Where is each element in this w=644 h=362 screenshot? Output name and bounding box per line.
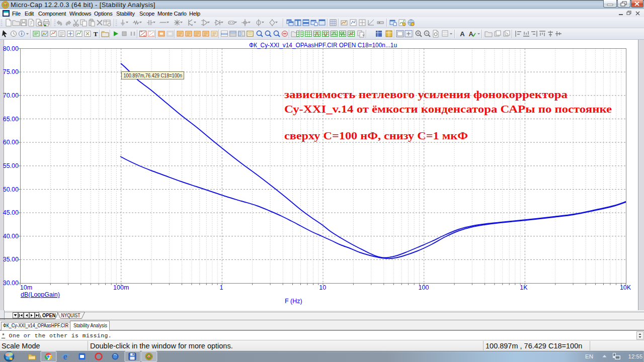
svg-text:12: 12 [147, 355, 151, 358]
svg-text:40.00: 40.00 [3, 233, 19, 240]
svg-text:e: e [63, 351, 67, 361]
svg-text:50.00: 50.00 [3, 186, 19, 193]
svg-text:100.897m,76.429 C18=100n: 100.897m,76.429 C18=100n [124, 72, 183, 78]
svg-text:OPEN: OPEN [42, 312, 56, 318]
svg-text:A: A [460, 30, 465, 38]
svg-text:10K: 10K [620, 284, 631, 291]
svg-text:зависимость петлевого усиления: зависимость петлевого усиления фонокорре… [284, 88, 568, 101]
svg-text:70.00: 70.00 [3, 92, 19, 99]
svg-text:55.00: 55.00 [3, 162, 19, 169]
svg-text:ФК_Су-XXI_v14_OPAasHPF.CIR OPE: ФК_Су-XXI_v14_OPAasHPF.CIR OPEN C18=100n… [249, 42, 397, 49]
svg-text:1K: 1K [520, 284, 528, 291]
svg-text:12:55: 12:55 [628, 353, 643, 359]
svg-text:EN: EN [585, 353, 593, 359]
svg-text:10m: 10m [20, 284, 32, 291]
svg-text:i: i [21, 31, 23, 36]
svg-text:35.00: 35.00 [3, 256, 19, 263]
svg-text:F (Hz): F (Hz) [285, 298, 302, 305]
svg-text:10: 10 [319, 284, 326, 291]
svg-text:1: 1 [220, 284, 223, 291]
svg-text:30.00: 30.00 [3, 280, 19, 287]
svg-text:Су-XXI_v.14 от ёмкости конденс: Су-XXI_v.14 от ёмкости конденсатора САРы… [284, 103, 612, 115]
svg-text:75.00: 75.00 [3, 68, 19, 75]
svg-text:12: 12 [4, 4, 7, 7]
svg-text:dB(LoopGain): dB(LoopGain) [21, 291, 60, 298]
svg-text:сверху С=100 нФ, снизу С=1 мкФ: сверху С=100 нФ, снизу С=1 мкФ [284, 129, 468, 142]
svg-text:45.00: 45.00 [3, 209, 19, 216]
svg-text:100: 100 [419, 284, 429, 291]
svg-text:60.00: 60.00 [3, 139, 19, 146]
svg-text:100m: 100m [113, 284, 129, 291]
svg-text:NYQUIST: NYQUIST [61, 313, 80, 318]
svg-text:ФК_Cy-XXI_v14_OPAasHPF.CIR: ФК_Cy-XXI_v14_OPAasHPF.CIR [3, 322, 68, 328]
svg-text:65.00: 65.00 [3, 116, 19, 123]
svg-text:A: A [469, 31, 473, 38]
svg-text:80.00: 80.00 [3, 45, 19, 52]
svg-text:Stability Analysis: Stability Analysis [73, 322, 107, 328]
svg-text:T: T [94, 30, 98, 38]
